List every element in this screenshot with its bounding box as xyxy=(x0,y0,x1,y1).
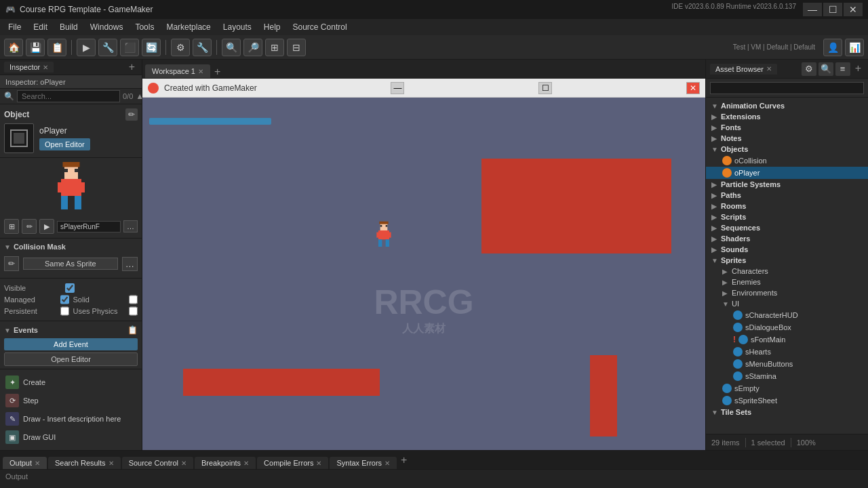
collision-header[interactable]: ▼ Collision Mask xyxy=(4,241,138,252)
add-workspace-tab[interactable]: + xyxy=(212,66,223,78)
assets-search-button[interactable]: 🔍 xyxy=(818,62,833,76)
mask-more-button[interactable]: … xyxy=(122,257,138,271)
add-bottom-tab[interactable]: + xyxy=(398,454,410,466)
tree-animation-curves[interactable]: ▼ Animation Curves xyxy=(706,100,868,111)
tree-particle-systems[interactable]: ▶ Particle Systems xyxy=(706,179,868,190)
tree-notes[interactable]: ▶ Notes xyxy=(706,133,868,144)
save-button[interactable]: 💾 xyxy=(26,39,45,56)
play-button[interactable]: ▶ xyxy=(77,39,96,56)
tree-ocollision[interactable]: oCollision xyxy=(706,155,868,167)
menu-marketplace[interactable]: Marketplace xyxy=(161,21,216,33)
tree-shaders[interactable]: ▶ Shaders xyxy=(706,233,868,244)
tree-scharhud[interactable]: sCharacterHUD xyxy=(706,309,868,321)
debug-button[interactable]: 🔧 xyxy=(98,39,117,56)
add-inspector-tab[interactable]: + xyxy=(126,61,138,73)
tree-sspritesheet[interactable]: sSpriteSheet xyxy=(706,394,868,407)
search-results-close[interactable]: ✕ xyxy=(108,460,114,467)
visible-checkbox[interactable] xyxy=(65,283,75,293)
tree-enemies[interactable]: ▶ Enemies xyxy=(706,277,868,287)
create-item[interactable]: ✦ Create xyxy=(4,374,138,390)
menu-layouts[interactable]: Layouts xyxy=(218,21,257,33)
tree-environments[interactable]: ▶ Environments xyxy=(706,287,868,298)
tree-sprites[interactable]: ▼ Sprites xyxy=(706,255,868,266)
sprite-more-btn[interactable]: … xyxy=(123,220,138,232)
add-assets-tab[interactable]: + xyxy=(852,62,864,76)
tree-fonts[interactable]: ▶ Fonts xyxy=(706,122,868,133)
tree-sfontmain[interactable]: ! sFontMain xyxy=(706,333,868,346)
inspector-tab-close[interactable]: ✕ xyxy=(43,64,48,71)
tree-objects[interactable]: ▼ Objects xyxy=(706,144,868,155)
clean-button[interactable]: 🔄 xyxy=(142,39,161,56)
minimize-button[interactable]: — xyxy=(803,3,822,16)
menu-tools[interactable]: Tools xyxy=(130,21,159,33)
menu-build[interactable]: Build xyxy=(54,21,83,33)
output-tab[interactable]: Output ✕ xyxy=(3,457,47,469)
menu-edit[interactable]: Edit xyxy=(28,21,53,33)
asset-browser-close[interactable]: ✕ xyxy=(766,65,772,73)
tree-sequences[interactable]: ▶ Sequences xyxy=(706,222,868,233)
add-event-button[interactable]: Add Event xyxy=(4,338,138,350)
tree-characters[interactable]: ▶ Characters xyxy=(706,266,868,277)
tree-oplayer[interactable]: oPlayer xyxy=(706,167,868,179)
step-item[interactable]: ⟳ Step xyxy=(4,392,138,409)
solid-checkbox[interactable] xyxy=(129,295,138,304)
search-input[interactable] xyxy=(17,90,120,102)
tree-sounds[interactable]: ▶ Sounds xyxy=(706,244,868,255)
sprite-anim-btn[interactable]: ▶ xyxy=(39,219,54,234)
menu-help[interactable]: Help xyxy=(258,21,286,33)
sprite-icon-btn[interactable]: ⊞ xyxy=(4,219,19,234)
breakpoints-tab[interactable]: Breakpoints ✕ xyxy=(195,457,256,469)
mask-edit-button[interactable]: ✏ xyxy=(4,256,19,271)
menu-windows[interactable]: Windows xyxy=(85,21,129,33)
assets-view-button[interactable]: ≡ xyxy=(835,62,850,76)
compile-errors-tab[interactable]: Compile Errors ✕ xyxy=(257,457,328,469)
profile-button[interactable]: 👤 xyxy=(823,39,842,56)
monitor-button[interactable]: 📊 xyxy=(845,39,864,56)
tree-ui[interactable]: ▼ UI xyxy=(706,298,868,309)
settings-button[interactable]: ⚙ xyxy=(171,39,190,56)
menu-file[interactable]: File xyxy=(3,21,26,33)
same-as-sprite-button[interactable]: Same As Sprite xyxy=(23,258,118,270)
draw-item[interactable]: ✎ Draw - Insert description here xyxy=(4,411,138,427)
draw-gui-item[interactable]: ▣ Draw GUI xyxy=(4,429,138,445)
compile-errors-close[interactable]: ✕ xyxy=(316,460,321,467)
persistent-checkbox[interactable] xyxy=(60,306,69,316)
workspace-tab-1[interactable]: Workspace 1 ✕ xyxy=(145,64,210,78)
assets-filter-button[interactable]: ⚙ xyxy=(802,62,816,76)
close-button[interactable]: ✕ xyxy=(844,3,863,16)
tree-scripts[interactable]: ▶ Scripts xyxy=(706,211,868,222)
prefs-button[interactable]: 🔧 xyxy=(193,39,212,56)
restore-button[interactable]: ☐ xyxy=(823,3,842,16)
output-tab-close[interactable]: ✕ xyxy=(35,460,40,467)
managed-checkbox[interactable] xyxy=(60,295,69,304)
object-edit-button[interactable]: ✏ xyxy=(125,108,138,121)
search-results-tab[interactable]: Search Results ✕ xyxy=(48,457,121,469)
menu-source-control[interactable]: Source Control xyxy=(288,21,353,33)
inspector-tab[interactable]: Inspector ✕ xyxy=(4,62,54,73)
game-minimize-button[interactable]: — xyxy=(391,82,404,94)
open-editor-button2[interactable]: Open Editor xyxy=(4,352,138,366)
tree-sstamina[interactable]: sStamina xyxy=(706,370,868,382)
syntax-errors-close[interactable]: ✕ xyxy=(384,460,390,467)
asset-browser-tab[interactable]: Asset Browser ✕ xyxy=(710,64,777,75)
workspace-tab-close[interactable]: ✕ xyxy=(198,68,203,75)
zoom-in-button[interactable]: 🔍 xyxy=(222,39,241,56)
source-control-tab[interactable]: Source Control ✕ xyxy=(122,457,193,469)
tree-extensions[interactable]: ▶ Extensions xyxy=(706,111,868,122)
tree-rooms[interactable]: ▶ Rooms xyxy=(706,201,868,211)
open-editor-button[interactable]: Open Editor xyxy=(39,138,90,150)
game-close-button[interactable]: ✕ xyxy=(686,82,700,94)
game-restore-button[interactable]: ☐ xyxy=(538,82,552,94)
assets-search-input[interactable] xyxy=(710,82,864,94)
stop-button[interactable]: ⬛ xyxy=(120,39,139,56)
zoom-out-button[interactable]: 🔎 xyxy=(243,39,262,56)
sprite-edit-btn[interactable]: ✏ xyxy=(22,219,37,234)
tree-sempty[interactable]: sEmpty xyxy=(706,382,868,394)
uses-physics-checkbox[interactable] xyxy=(129,306,138,316)
tree-tilesets[interactable]: ▼ Tile Sets xyxy=(706,407,868,418)
tree-sdialoguebox[interactable]: sDialogueBox xyxy=(706,321,868,333)
tree-shearts[interactable]: sHearts xyxy=(706,346,868,358)
grid-button[interactable]: ⊟ xyxy=(287,39,306,56)
save-all-button[interactable]: 📋 xyxy=(47,39,66,56)
events-icon[interactable]: 📋 xyxy=(127,325,138,335)
